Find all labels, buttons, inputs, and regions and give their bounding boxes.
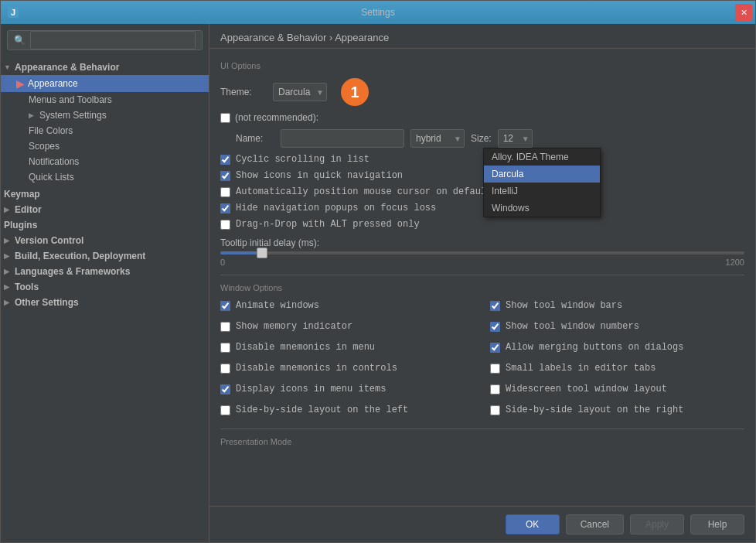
main-content: UI Options Theme: Darcula ▼ 1 Alloy. IDE… (209, 49, 755, 506)
side-left-checkbox[interactable] (220, 405, 230, 415)
search-box[interactable]: 🔍 (7, 30, 203, 50)
theme-select-wrapper: Darcula ▼ (273, 83, 327, 101)
font-name-row: Name: hybrid ▼ Size: 12 ▼ (220, 129, 744, 148)
override-checkbox[interactable] (220, 113, 230, 123)
selection-arrow: ▶ (16, 77, 25, 90)
search-input[interactable] (30, 31, 196, 50)
tool-numbers-checkbox[interactable] (490, 322, 500, 332)
side-right-checkbox[interactable] (490, 405, 500, 415)
window-options-grid: Animate windows Show tool window bars Sh… (220, 300, 744, 421)
cancel-button[interactable]: Cancel (566, 514, 624, 534)
sidebar-item-appearance[interactable]: ▶ Appearance (1, 75, 209, 92)
expand-arrow-lang: ▶ (4, 268, 13, 275)
sidebar-item-build-execution[interactable]: ▶ Build, Execution, Deployment (1, 248, 209, 264)
merge-buttons-checkbox[interactable] (490, 343, 500, 353)
tooltip-slider-container: Tooltip initial delay (ms): 0 1200 (220, 237, 744, 267)
check-side-right: Side-by-side layout on the right (490, 405, 744, 415)
search-icon: 🔍 (14, 35, 26, 46)
sidebar-item-file-colors[interactable]: File Colors (1, 123, 209, 138)
expand-arrow-other: ▶ (4, 299, 13, 306)
check-animate: Animate windows (220, 300, 475, 311)
check-widescreen: Widescreen tool window layout (490, 384, 744, 394)
slider-fill (220, 251, 262, 254)
sidebar-item-languages-frameworks[interactable]: ▶ Languages & Frameworks (1, 264, 209, 279)
mnemonics-menu-checkbox[interactable] (220, 343, 230, 353)
display-icons-label[interactable]: Display icons in menu items (236, 384, 386, 394)
badge-1: 1 (341, 78, 369, 106)
hide-nav-checkbox[interactable] (220, 203, 230, 213)
presentation-mode-label: Presentation Mode (220, 437, 744, 446)
check-mnemonics-controls: Disable mnemonics in controls (220, 363, 475, 374)
sidebar-item-scopes[interactable]: Scopes (1, 138, 209, 154)
dropdown-item-intellij[interactable]: IntelliJ (484, 183, 600, 200)
ok-button[interactable]: OK (506, 514, 560, 534)
divider (220, 275, 744, 275)
sidebar-tree: ▼ Appearance & Behavior ▶ Appearance Men… (1, 56, 209, 542)
sidebar-item-system-settings[interactable]: ▶ System Settings (1, 108, 209, 123)
theme-label: Theme: (220, 87, 267, 97)
slider-thumb[interactable] (257, 248, 267, 258)
slider-min: 0 (220, 258, 225, 267)
expand-arrow-tools: ▶ (4, 283, 13, 291)
sidebar-item-plugins[interactable]: Plugins (1, 217, 209, 233)
sidebar-item-notifications[interactable]: Notifications (1, 154, 209, 169)
sidebar: 🔍 ▼ Appearance & Behavior ▶ Appearance M… (1, 24, 209, 542)
dropdown-item-windows[interactable]: Windows (484, 200, 600, 217)
close-button[interactable]: ✕ (735, 4, 752, 21)
tooltip-label: Tooltip initial delay (ms): (220, 237, 744, 248)
apply-button[interactable]: Apply (630, 514, 684, 534)
tool-numbers-label[interactable]: Show tool window numbers (506, 321, 639, 332)
auto-mouse-checkbox[interactable] (220, 187, 230, 197)
small-labels-checkbox[interactable] (490, 364, 500, 374)
settings-window: J Settings ✕ 🔍 ▼ Appearance & Behavior ▶ (0, 0, 756, 543)
widescreen-label[interactable]: Widescreen tool window layout (506, 384, 667, 394)
merge-buttons-label[interactable]: Allow merging buttons on dialogs (506, 342, 683, 353)
check-memory: Show memory indicator (220, 321, 475, 332)
override-label[interactable]: (not recommended): (235, 112, 318, 123)
quick-nav-checkbox[interactable] (220, 171, 230, 181)
window-title: Settings (361, 7, 394, 18)
font-name-input[interactable] (281, 129, 404, 148)
sidebar-item-version-control[interactable]: ▶ Version Control (1, 233, 209, 248)
hybrid-select[interactable]: hybrid (410, 129, 465, 148)
memory-label[interactable]: Show memory indicator (236, 321, 352, 332)
title-bar: J Settings ✕ (1, 1, 755, 24)
tool-bars-checkbox[interactable] (490, 301, 500, 311)
theme-select[interactable]: Darcula (273, 83, 327, 101)
check-tool-bars: Show tool window bars (490, 300, 744, 311)
sidebar-item-tools[interactable]: ▶ Tools (1, 279, 209, 295)
drag-drop-label[interactable]: Drag-n-Drop with ALT pressed only (236, 219, 420, 230)
hide-nav-label[interactable]: Hide navigation popups on focus loss (236, 203, 436, 213)
mnemonics-menu-label[interactable]: Disable mnemonics in menu (236, 342, 375, 353)
mnemonics-controls-checkbox[interactable] (220, 364, 230, 374)
sidebar-item-editor[interactable]: ▶ Editor (1, 202, 209, 217)
sidebar-item-appearance-behavior[interactable]: ▼ Appearance & Behavior (1, 60, 209, 75)
sidebar-item-keymap[interactable]: Keymap (1, 186, 209, 202)
override-font-row: (not recommended): (220, 112, 744, 123)
ui-checkboxes: Cyclic scrolling in list Show icons in q… (220, 154, 744, 230)
tool-bars-label[interactable]: Show tool window bars (506, 300, 622, 311)
check-hide-nav: Hide navigation popups on focus loss (220, 203, 744, 213)
side-right-label[interactable]: Side-by-side layout on the right (506, 405, 683, 415)
help-button[interactable]: Help (690, 514, 744, 534)
sidebar-item-quick-lists[interactable]: Quick Lists (1, 169, 209, 185)
drag-drop-checkbox[interactable] (220, 220, 230, 230)
side-left-label[interactable]: Side-by-side layout on the left (236, 405, 408, 415)
dropdown-item-alloy[interactable]: Alloy. IDEA Theme (484, 149, 600, 166)
memory-checkbox[interactable] (220, 322, 230, 332)
hybrid-select-wrapper: hybrid ▼ (410, 129, 465, 148)
theme-row: Theme: Darcula ▼ 1 (220, 78, 744, 106)
dropdown-item-darcula[interactable]: Darcula (484, 166, 600, 183)
display-icons-checkbox[interactable] (220, 384, 230, 394)
widescreen-checkbox[interactable] (490, 384, 500, 394)
animate-label[interactable]: Animate windows (236, 300, 319, 311)
quick-nav-label[interactable]: Show icons in quick navigation (236, 170, 403, 181)
cyclic-label[interactable]: Cyclic scrolling in list (236, 154, 369, 165)
animate-checkbox[interactable] (220, 301, 230, 311)
small-labels-label[interactable]: Small labels in editor tabs (506, 363, 656, 374)
cyclic-checkbox[interactable] (220, 155, 230, 165)
sidebar-item-other-settings[interactable]: ▶ Other Settings (1, 295, 209, 310)
font-size-select[interactable]: 12 (498, 129, 533, 148)
mnemonics-controls-label[interactable]: Disable mnemonics in controls (236, 363, 397, 374)
sidebar-item-menus-toolbars[interactable]: Menus and Toolbars (1, 92, 209, 108)
